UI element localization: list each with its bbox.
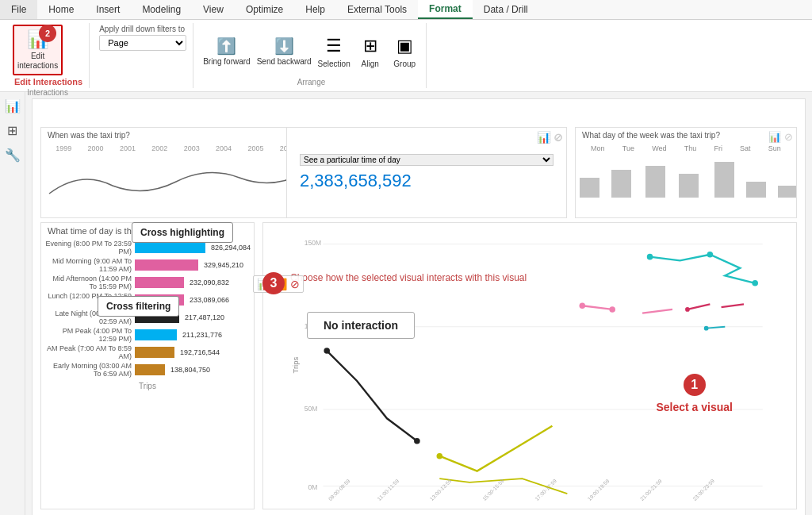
bring-forward-button[interactable]: ⬆️ <box>211 35 243 57</box>
bar-row-7: Early Morning (03:00 AM To 6:59 AM) 138,… <box>41 361 254 379</box>
svg-point-16 <box>647 254 653 260</box>
svg-point-23 <box>324 348 330 354</box>
svg-point-21 <box>685 307 690 312</box>
dow-chart[interactable]: What day of the week was the taxi trip? … <box>575 127 797 218</box>
group-interactions: 📊 2 Editinteractions Edit Interactions I… <box>6 23 90 88</box>
tab-modeling[interactable]: Modeling <box>131 0 192 19</box>
group-interactions-items: 📊 2 Editinteractions <box>13 25 82 75</box>
dow-icons: 📊 ⊘ <box>768 131 793 143</box>
group-drill: Apply drill down filters to Page <box>93 23 193 88</box>
bar-chart[interactable]: What time of day is the busiest? Evening… <box>40 222 255 509</box>
drill-select[interactable]: Page <box>99 35 186 51</box>
align-icon: ⊞ <box>363 36 377 56</box>
align-container: ⊞ Align <box>357 33 384 68</box>
left-sidebar: 📊 ⊞ 🔧 <box>0 92 25 515</box>
group-icon: ▣ <box>396 36 413 56</box>
canvas-area: 📊 ⊞ 🔧 When was the taxi trip? 1999200020… <box>0 92 812 515</box>
tab-view[interactable]: View <box>192 0 235 19</box>
sidebar-filter-icon[interactable]: 🔧 <box>5 148 21 163</box>
kpi-value: 2,383,658,592 <box>300 171 553 191</box>
scatter-area[interactable]: Trips 150M 100M 50M 0M <box>262 222 797 509</box>
bar-fill-2 <box>135 277 184 288</box>
dow-title: What day of the week was the taxi trip? <box>576 128 796 143</box>
bring-forward-container: ⬆️ Bring forward <box>203 35 250 66</box>
bar-fill-7 <box>135 364 165 375</box>
tab-file[interactable]: File <box>0 0 37 19</box>
selection-container: ☰ Selection <box>318 33 350 68</box>
svg-point-18 <box>752 280 758 286</box>
svg-rect-6 <box>778 186 796 198</box>
tab-help[interactable]: Help <box>294 0 336 19</box>
selection-button[interactable]: ☰ <box>320 33 348 60</box>
svg-text:09:00-09:59: 09:00-09:59 <box>327 478 351 502</box>
bring-forward-icon: ⬆️ <box>216 37 236 56</box>
tab-optimize[interactable]: Optimize <box>235 0 294 19</box>
bar-icon[interactable]: 📊 <box>537 131 550 144</box>
svg-text:19:00-19:59: 19:00-19:59 <box>587 478 611 502</box>
bar-row-6: AM Peak (7:00 AM To 8:59 AM) 192,716,544 <box>41 344 254 361</box>
send-backward-icon: ⬇️ <box>274 37 294 56</box>
top-chart-icons: 📊 ⊘ <box>537 131 563 144</box>
dow-days: MonTueWedThuFriSatSun <box>576 143 796 154</box>
svg-text:21:00-21:59: 21:00-21:59 <box>639 478 663 502</box>
group-arrange: ⬆️ Bring forward ⬇️ Send backward ☰ S <box>197 23 427 88</box>
svg-text:11:00-11:59: 11:00-11:59 <box>376 478 400 502</box>
send-backward-button[interactable]: ⬇️ <box>268 35 300 57</box>
ribbon: File Home Insert Modeling View Optimize … <box>0 0 812 92</box>
svg-rect-5 <box>746 182 766 198</box>
dow-chart-svg <box>576 154 796 202</box>
tab-home[interactable]: Home <box>37 0 85 19</box>
time-filter-select[interactable]: See a particular time of day <box>300 154 553 166</box>
group-button[interactable]: ▣ <box>390 33 419 60</box>
svg-rect-2 <box>645 166 665 198</box>
bar-row-5: PM Peak (4:00 PM To 12:59 PM) 211,231,77… <box>41 326 254 344</box>
cross-highlighting-callout: Cross highlighting <box>132 222 233 243</box>
cross-icon[interactable]: ⊘ <box>553 131 563 144</box>
edit-interactions-button[interactable]: 📊 2 Editinteractions <box>13 25 63 75</box>
sidebar-grid-icon[interactable]: ⊞ <box>7 123 17 138</box>
none-icon[interactable]: ⊘ <box>290 278 300 290</box>
svg-point-25 <box>437 453 443 459</box>
svg-point-17 <box>707 252 714 258</box>
edit-interactions-label-text: Editinteractions <box>17 52 58 71</box>
step2-badge: 2 <box>39 25 56 42</box>
cross-filtering-callout: Cross filtering <box>98 296 179 317</box>
edit-interactions-text: Edit Interactions <box>14 77 82 86</box>
group-container: ▣ Group <box>390 33 419 68</box>
kpi-card[interactable]: See a particular time of day 2,383,658,5… <box>286 127 567 218</box>
svg-rect-3 <box>679 174 699 198</box>
arrange-group-label: Arrange <box>203 78 419 86</box>
cross-filtering-text: Cross filtering <box>106 301 170 312</box>
kpi-time-filter: See a particular time of day <box>300 154 553 166</box>
bar-row-1: Mid Morning (9:00 AM To 11:59 AM) 329,94… <box>41 256 254 274</box>
svg-text:Trips: Trips <box>291 357 300 374</box>
bring-forward-label: Bring forward <box>203 57 250 66</box>
sidebar-chart-icon[interactable]: 📊 <box>5 98 21 113</box>
svg-point-24 <box>414 438 420 444</box>
selection-label: Selection <box>318 60 350 68</box>
bar-fill-0 <box>135 242 205 253</box>
tab-insert[interactable]: Insert <box>85 0 131 19</box>
bar-fill-5 <box>135 329 177 340</box>
ribbon-content: 📊 2 Editinteractions Edit Interactions I… <box>0 20 812 91</box>
tab-external-tools[interactable]: External Tools <box>336 0 418 19</box>
dow-bar-icon[interactable]: 📊 <box>768 131 781 143</box>
select-visual-callout: 1 Select a visual <box>656 374 733 413</box>
svg-point-19 <box>580 302 586 309</box>
tab-data-drill[interactable]: Data / Drill <box>473 0 539 19</box>
bar-row-2: Mid Afternoon (14:00 PM To 15:59 PM) 232… <box>41 274 254 291</box>
svg-rect-4 <box>714 162 734 198</box>
choose-text: Choose how the selected visual interacts… <box>290 272 527 283</box>
step3-badge: 3 <box>262 272 285 294</box>
tab-format[interactable]: Format <box>418 0 473 19</box>
send-backward-label: Send backward <box>257 57 312 66</box>
svg-point-20 <box>609 306 615 313</box>
svg-text:0M: 0M <box>308 483 318 491</box>
svg-point-22 <box>704 326 709 331</box>
step3-container: 3 <box>262 272 285 294</box>
bar-x-label: Trips <box>41 382 254 390</box>
send-backward-container: ⬇️ Send backward <box>257 35 312 66</box>
align-button[interactable]: ⊞ <box>357 33 384 60</box>
dow-cross-icon[interactable]: ⊘ <box>784 131 793 143</box>
bar-fill-1 <box>135 259 198 271</box>
